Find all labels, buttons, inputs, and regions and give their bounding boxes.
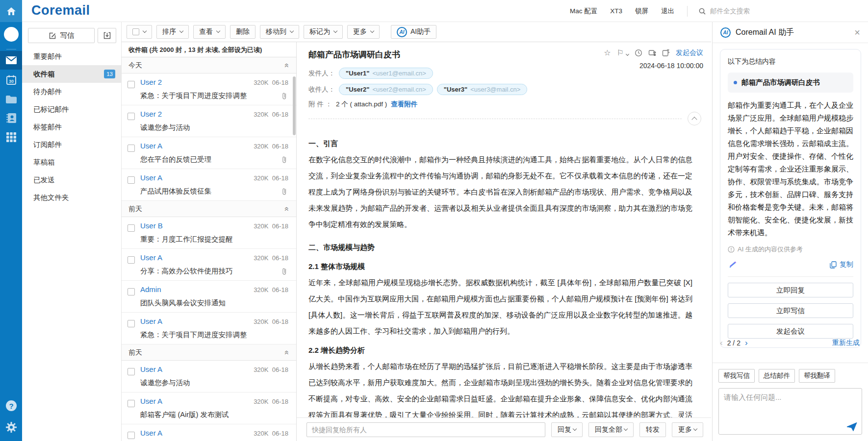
row-checkbox[interactable] (128, 368, 135, 375)
chip-summarize[interactable]: 总结邮件 (759, 369, 795, 383)
copy-button[interactable]: 复制 (830, 260, 853, 269)
menu-lock-screen[interactable]: 锁屏 (635, 7, 648, 16)
chevron-down-icon (290, 29, 294, 33)
next-page-icon[interactable]: › (745, 338, 748, 348)
mark-as-button[interactable]: 标记为 (304, 25, 343, 39)
mail-row[interactable]: User A 320K 06-18 紧急：关于项目下周进度安排调整 (122, 313, 296, 344)
chip-help-write[interactable]: 帮我写信 (718, 369, 755, 383)
magic-wand-icon[interactable] (728, 260, 738, 270)
mail-icon[interactable] (0, 51, 22, 70)
select-all-button[interactable] (127, 25, 152, 39)
mail-row[interactable]: User A 320K 06-18 (122, 424, 296, 441)
compose-button[interactable]: 写信 (28, 28, 95, 43)
mail-row[interactable]: User A 320K 06-18 邮箱客户端 (Air版) 发布测试 (122, 392, 296, 424)
folder-important[interactable]: 重要邮件 (22, 48, 121, 65)
move-to-button[interactable]: 移动到 (260, 25, 299, 39)
select-all-checkbox[interactable] (132, 28, 139, 35)
reply-now-button[interactable]: 立即回复 (728, 283, 853, 297)
regenerate-link[interactable]: 重新生成 (832, 339, 860, 347)
folder-drafts[interactable]: 草稿箱 (22, 153, 121, 171)
folder-icon[interactable] (0, 90, 22, 108)
row-checkbox[interactable] (128, 176, 135, 184)
ai-disclaimer: AI 生成的内容仅供参考 (728, 245, 853, 254)
ai-panel-title: Coremail AI 助手 (736, 27, 849, 38)
ai-assistant-button[interactable]: AIAI助手 (391, 25, 436, 39)
view-button[interactable]: 查看 (193, 25, 226, 39)
collapse-group-icon[interactable]: « (279, 63, 295, 68)
import-mail-button[interactable] (98, 28, 116, 43)
row-checkbox[interactable] (128, 256, 135, 264)
schedule-clock-icon[interactable] (635, 49, 642, 57)
body-paragraph: 近年来，全球邮箱用户规模呈现稳步增长态势。据权威数据机构统计，截至 [具体年份]… (308, 274, 692, 339)
avatar[interactable] (4, 27, 19, 42)
forward-to-chat-icon[interactable] (648, 49, 656, 57)
row-checkbox[interactable] (128, 432, 135, 439)
row-checkbox[interactable] (128, 113, 135, 120)
start-meeting-link[interactable]: 发起会议 (676, 49, 703, 57)
folder-sent[interactable]: 已发送 (22, 171, 121, 189)
reply-button[interactable]: 回复 (551, 422, 583, 437)
row-checkbox[interactable] (128, 320, 135, 327)
mail-row[interactable]: User A 320K 06-18 诚邀您参与活动 (122, 361, 296, 392)
folder-flagged[interactable]: 已标记邮件 (22, 100, 121, 118)
folder-inbox[interactable]: 收件箱13 (22, 65, 121, 83)
row-checkbox[interactable] (128, 224, 135, 232)
collapse-group-icon[interactable]: « (279, 207, 295, 211)
more-button[interactable]: 更多 (347, 25, 380, 39)
group-header-today: 今天« (122, 57, 296, 74)
send-icon[interactable] (846, 422, 857, 432)
reply-all-button[interactable]: 回复全部 (588, 422, 634, 437)
contacts-icon[interactable] (0, 109, 22, 127)
mail-row[interactable]: User 2 320K 06-18 紧急：关于项目下周进度安排调整 (122, 74, 296, 105)
row-checkbox[interactable] (128, 400, 135, 407)
search-input[interactable] (710, 7, 764, 15)
folder-other[interactable]: 其他文件夹 (22, 189, 121, 206)
write-now-button[interactable]: 立即写信 (728, 303, 853, 318)
apps-grid-icon[interactable] (0, 128, 22, 146)
folder-tagged[interactable]: 标签邮件 (22, 118, 121, 136)
mail-row[interactable]: User 2 320K 06-18 诚邀您参与活动 (122, 105, 296, 137)
quick-reply-input[interactable] (306, 422, 545, 437)
forward-button[interactable]: 转发 (639, 422, 666, 437)
flag-icon[interactable]: ⚐ (617, 48, 629, 57)
delete-button[interactable]: 删除 (230, 25, 255, 39)
close-icon[interactable]: × (854, 27, 860, 37)
start-meeting-button[interactable]: 发起会议 (728, 324, 853, 339)
calendar-icon[interactable]: 30 (0, 71, 22, 89)
mail-row[interactable]: Admin 320K 06-18 团队头脑风暴会议安排通知 (122, 281, 296, 313)
list-scrollbar[interactable] (293, 76, 296, 135)
unread-badge: 13 (104, 70, 115, 78)
row-checkbox[interactable] (128, 81, 135, 88)
settings-gear-icon[interactable] (0, 418, 22, 436)
help-icon[interactable]: ? (0, 397, 22, 415)
row-checkbox[interactable] (128, 288, 135, 295)
folder-list: 重要邮件 收件箱13 待办邮件 已标记邮件 标签邮件 订阅邮件 草稿箱 已发送 … (22, 48, 121, 206)
home-icon[interactable] (0, 0, 22, 22)
mail-row[interactable]: User A 320K 06-18 分享：高效办公软件使用技巧 (122, 249, 296, 281)
mail-row[interactable]: User A 320K 06-18 产品试用体验反馈征集 (122, 169, 296, 201)
prev-page-icon[interactable]: ‹ (720, 338, 723, 348)
recipient-pill[interactable]: "User3"<user3@mail.cn> (437, 84, 528, 95)
folder-todo[interactable]: 待办邮件 (22, 83, 121, 100)
menu-mac-config[interactable]: Mac 配置 (570, 7, 597, 16)
collapse-group-icon[interactable]: « (279, 350, 295, 355)
view-attachments-link[interactable]: 查看附件 (391, 100, 417, 109)
svg-text:?: ? (9, 402, 13, 410)
folder-subscriptions[interactable]: 订阅邮件 (22, 136, 121, 153)
row-checkbox[interactable] (128, 145, 135, 152)
mail-row[interactable]: User A 320K 06-18 您在平台的反馈已受理 (122, 137, 296, 169)
menu-logout[interactable]: 退出 (661, 7, 674, 16)
sender-pill[interactable]: "User1"<user1@email.cn> (339, 68, 433, 79)
body-paragraph: 从增长趋势来看，个人邮箱市场在经历了早期的迅猛扩张后，目前已逐渐进入平稳增长阶段… (308, 358, 692, 417)
collapse-header-button[interactable] (688, 112, 701, 125)
new-window-icon[interactable] (662, 49, 670, 57)
more-reply-button[interactable]: 更多 (672, 422, 703, 437)
chip-translate[interactable]: 帮我翻译 (799, 369, 835, 383)
ai-question-input[interactable] (718, 388, 862, 435)
menu-xt3[interactable]: XT3 (610, 7, 622, 15)
recipient-pill[interactable]: "User2"<user2@email.cn> (339, 84, 433, 95)
mail-row[interactable]: User B 320K 06-18 重要：月度工作汇报提交提醒 (122, 217, 296, 249)
ai-input-area: 帮我写信 总结邮件 帮我翻译 (713, 363, 868, 441)
sort-button[interactable]: 排序 (156, 25, 189, 39)
star-icon[interactable]: ☆ (604, 48, 611, 57)
